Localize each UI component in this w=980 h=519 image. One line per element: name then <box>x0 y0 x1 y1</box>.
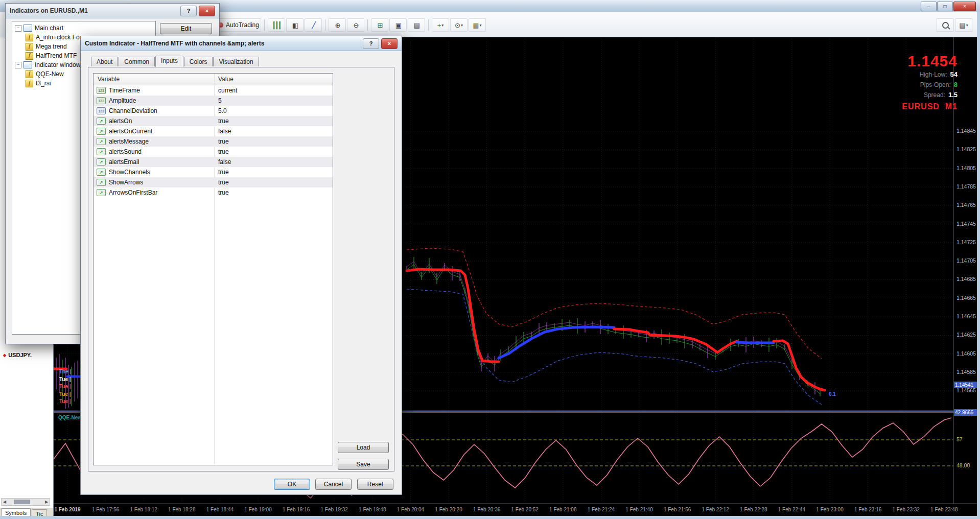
zoom-out-icon[interactable]: ⊖ <box>347 18 364 32</box>
variable-value[interactable]: true <box>218 148 229 155</box>
table-row[interactable]: ↗alertsOnCurrentfalse <box>94 126 333 136</box>
bool-icon: ↗ <box>97 128 106 135</box>
column-value: Value <box>214 74 234 85</box>
scrollbar-thumb[interactable] <box>14 500 30 504</box>
indicators-dialog-title-bar[interactable]: Indicators on EURUSD.,M1 ? × <box>6 4 219 18</box>
variable-value[interactable]: 5 <box>218 97 222 104</box>
toolbar-separator <box>264 19 265 31</box>
toolbar-separator <box>428 19 429 31</box>
variable-name: ArrowsOnFirstBar <box>109 189 157 196</box>
parameters-table: Variable Value 123TimeFramecurrent123Amp… <box>93 73 333 465</box>
cascade-windows-icon[interactable]: ▤ <box>408 18 425 32</box>
table-row[interactable]: 123TimeFramecurrent <box>94 85 333 96</box>
add-indicator-icon[interactable]: +▾ <box>432 18 449 32</box>
tab-common[interactable]: Common <box>119 57 155 66</box>
table-row[interactable]: ↗ShowArrowstrue <box>94 177 333 187</box>
table-row[interactable]: ↗alertsSoundtrue <box>94 147 333 157</box>
tab-visualization[interactable]: Visualization <box>213 57 259 66</box>
reset-button[interactable]: Reset <box>357 479 393 490</box>
arrange-windows-icon[interactable]: ▣ <box>389 18 407 32</box>
custom-indicator-dialog-title-bar[interactable]: Custom Indicator - HalfTrend MTF with ch… <box>81 36 402 51</box>
int-icon: 123 <box>97 97 106 104</box>
help-icon[interactable]: ? <box>363 38 379 49</box>
fx-icon: ƒ <box>26 80 33 87</box>
fx-icon: ƒ <box>26 52 33 60</box>
variable-value[interactable]: true <box>218 189 229 196</box>
variable-value[interactable]: 5.0 <box>218 107 227 114</box>
dialog-title: Custom Indicator - HalfTrend MTF with ch… <box>85 40 361 47</box>
metatrader-window: 1.1454 High-Low:54 Pips-Open:8 Spread:1.… <box>0 0 980 519</box>
dialog-tabs: AboutCommonInputsColorsVisualization <box>91 57 260 67</box>
bool-icon: ↗ <box>97 169 106 176</box>
symbol-icon: ◆ <box>3 353 6 358</box>
scroll-right-icon[interactable]: ▶ <box>43 500 50 504</box>
tile-windows-icon[interactable]: ⊞ <box>371 18 388 32</box>
bool-icon: ↗ <box>97 148 106 155</box>
tab-inputs[interactable]: Inputs <box>155 56 183 67</box>
load-button[interactable]: Load <box>338 442 389 453</box>
bars-icon[interactable]: ┃┃┃ <box>268 18 285 32</box>
tab-about[interactable]: About <box>91 57 118 66</box>
fx-icon: ƒ <box>26 70 33 78</box>
close-button[interactable]: × <box>953 2 976 11</box>
window-frame <box>0 516 980 519</box>
market-watch-symbol-row[interactable]: ◆ USDJPY. <box>0 350 53 360</box>
search-icon[interactable] <box>937 18 954 32</box>
tree-item[interactable]: −Main chart <box>12 23 155 33</box>
variable-value[interactable]: false <box>218 158 231 166</box>
table-row[interactable]: ↗ShowChannelstrue <box>94 167 333 177</box>
autotrading-button[interactable]: AutoTrading <box>216 18 261 32</box>
save-button[interactable]: Save <box>338 459 389 470</box>
line-chart-icon[interactable]: ╱ <box>305 18 322 32</box>
expander-icon[interactable]: − <box>15 62 21 68</box>
variable-value[interactable]: true <box>218 117 229 125</box>
help-icon[interactable]: ? <box>180 6 197 16</box>
toolbar-options-icon[interactable]: ▤▾ <box>955 18 972 32</box>
custom-indicator-dialog: Custom Indicator - HalfTrend MTF with ch… <box>80 36 402 495</box>
fx-icon: ƒ <box>26 43 33 51</box>
edit-button[interactable]: Edit <box>160 23 212 34</box>
cancel-button[interactable]: Cancel <box>315 479 352 490</box>
column-variable: Variable <box>94 74 214 85</box>
templates-icon[interactable]: ▦▾ <box>469 18 486 32</box>
table-row[interactable]: ↗alertsOntrue <box>94 116 333 126</box>
bool-icon: ↗ <box>97 189 106 196</box>
variable-name: ShowArrows <box>109 179 143 186</box>
toolbar-separator <box>367 19 368 31</box>
bool-icon: ↗ <box>97 138 106 145</box>
inputs-tab-page: Variable Value 123TimeFramecurrent123Amp… <box>88 67 394 471</box>
maximize-button[interactable]: □ <box>937 2 953 11</box>
variable-name: alertsOnCurrent <box>109 128 152 135</box>
minimize-button[interactable]: – <box>921 2 937 11</box>
symbol-name: USDJPY. <box>8 352 32 358</box>
table-row[interactable]: ↗alertsEmailfalse <box>94 157 333 167</box>
zoom-in-icon[interactable]: ⊕ <box>329 18 346 32</box>
bool-icon: ↗ <box>97 117 106 125</box>
variable-value[interactable]: true <box>218 138 229 145</box>
variable-name: TimeFrame <box>109 87 140 94</box>
close-icon[interactable]: × <box>199 6 215 16</box>
ok-button[interactable]: OK <box>274 479 310 490</box>
table-row[interactable]: 123Amplitude5 <box>94 96 333 106</box>
variable-value[interactable]: true <box>218 179 229 186</box>
variable-value[interactable]: true <box>218 169 229 176</box>
close-icon[interactable]: × <box>381 38 398 49</box>
table-row[interactable]: ↗alertsMessagetrue <box>94 136 333 147</box>
periods-icon[interactable]: ⊙▾ <box>450 18 468 32</box>
fx-icon: ƒ <box>26 34 33 41</box>
variable-name: alertsEmail <box>109 158 139 166</box>
expander-icon[interactable]: − <box>15 25 21 32</box>
candles-icon[interactable]: ▮▯ <box>286 18 304 32</box>
bool-icon: ↗ <box>97 179 106 186</box>
scroll-left-icon[interactable]: ◀ <box>2 500 8 504</box>
table-row[interactable]: ↗ArrowsOnFirstBartrue <box>94 187 333 198</box>
variable-name: alertsSound <box>109 148 142 155</box>
market-watch-scrollbar[interactable]: ◀ ▶ <box>1 498 50 506</box>
chart-icon <box>24 25 32 32</box>
variable-value[interactable]: false <box>218 128 231 135</box>
variable-value[interactable]: current <box>218 87 237 94</box>
double-icon: 123 <box>97 107 106 114</box>
tab-colors[interactable]: Colors <box>184 57 213 66</box>
dialog-title: Indicators on EURUSD.,M1 <box>10 7 178 14</box>
table-row[interactable]: 123ChannelDeviation5.0 <box>94 106 333 116</box>
